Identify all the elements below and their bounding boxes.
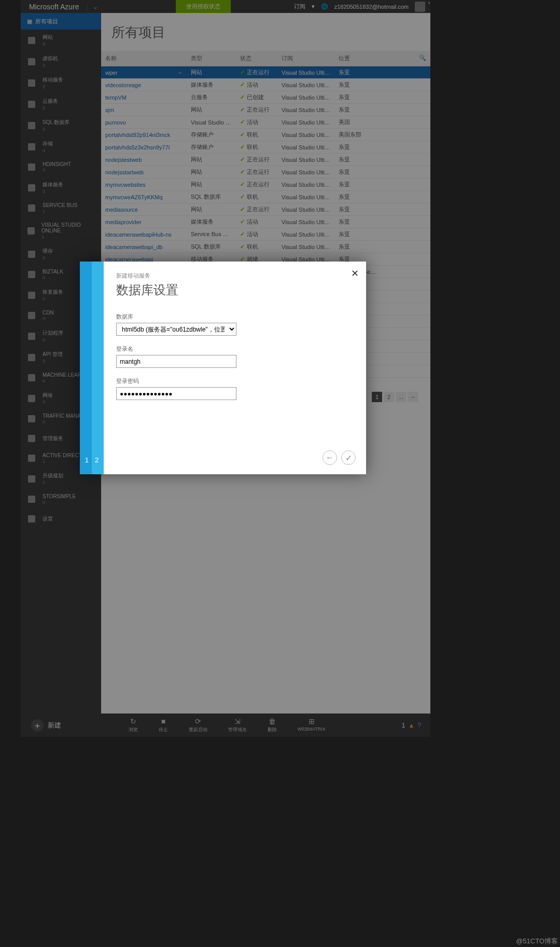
- database-select[interactable]: html5db (服务器="ou61zdbwle"，位置=东亚): [116, 323, 236, 336]
- step-2[interactable]: 2: [95, 456, 99, 464]
- login-input[interactable]: [116, 355, 236, 368]
- dialog-subtitle: 新建移动服务: [116, 272, 354, 280]
- complete-button[interactable]: ✓: [341, 450, 356, 465]
- database-label: 数据库: [116, 313, 354, 321]
- modal-overlay: 1 2 ✕ 新建移动服务 数据库设置 数据库 html5db (服务器="ou6…: [21, 0, 430, 737]
- watermark: @51CTO博客: [516, 937, 558, 946]
- chevron-up-icon[interactable]: ˄: [428, 2, 430, 7]
- wizard-steps: 1 2: [80, 262, 104, 474]
- new-mobile-service-dialog: 1 2 ✕ 新建移动服务 数据库设置 数据库 html5db (服务器="ou6…: [80, 262, 366, 474]
- password-label: 登录密码: [116, 377, 354, 385]
- password-input[interactable]: [116, 387, 236, 400]
- back-button[interactable]: ←: [323, 450, 337, 465]
- step-1[interactable]: 1: [85, 456, 89, 464]
- dialog-title: 数据库设置: [116, 282, 354, 298]
- close-icon[interactable]: ✕: [351, 268, 359, 279]
- login-label: 登录名: [116, 345, 354, 353]
